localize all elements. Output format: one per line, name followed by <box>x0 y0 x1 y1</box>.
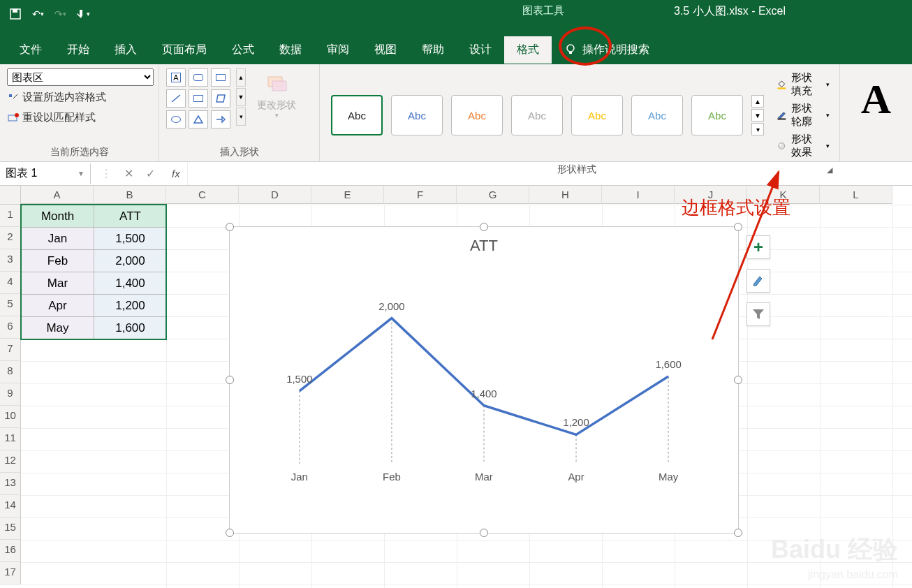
row-header-12[interactable]: 12 <box>0 450 21 473</box>
chart-element-dropdown[interactable]: 图表区 <box>7 68 154 86</box>
chart-handle-l[interactable] <box>226 376 234 384</box>
col-header-I[interactable]: I <box>602 186 675 204</box>
tab-format[interactable]: 格式 <box>504 36 552 64</box>
chart-handle-bl[interactable] <box>226 529 234 537</box>
shape-parallelogram[interactable] <box>211 89 230 108</box>
undo-button[interactable]: ↶▾ <box>28 4 47 24</box>
tab-page-layout[interactable]: 页面布局 <box>149 36 219 64</box>
formula-dropdown[interactable]: ⋮ <box>101 167 112 180</box>
shape-line[interactable] <box>166 89 186 108</box>
chart-handle-b[interactable] <box>480 529 488 537</box>
data-cell[interactable]: May <box>22 317 94 339</box>
shape-style-7[interactable]: Abc <box>691 95 743 135</box>
row-header-2[interactable]: 2 <box>0 227 21 249</box>
col-header-L[interactable]: L <box>820 186 892 204</box>
data-cell[interactable]: Jan <box>22 228 94 250</box>
col-header-C[interactable]: C <box>166 186 239 204</box>
shape-arrow[interactable] <box>211 110 230 128</box>
shapes-scroll-up[interactable]: ▲ <box>236 68 246 87</box>
header-cell[interactable]: Month <box>22 205 94 228</box>
format-selection-button[interactable]: 设置所选内容格式 <box>7 89 106 106</box>
shape-rect[interactable] <box>189 89 208 108</box>
tab-insert[interactable]: 插入 <box>102 36 149 64</box>
col-header-B[interactable]: B <box>94 186 166 204</box>
row-header-17[interactable]: 17 <box>0 562 21 585</box>
shape-outline-button[interactable]: 形状轮廓▾ <box>777 102 830 128</box>
tab-view[interactable]: 视图 <box>362 36 409 64</box>
redo-button[interactable]: ↷▾ <box>50 4 70 24</box>
chart-object[interactable]: ATT 1,5002,0001,4001,2001,600JanFebMarAp… <box>229 226 739 534</box>
formula-cancel[interactable]: ✕ <box>124 167 133 180</box>
select-all-corner[interactable] <box>0 186 21 205</box>
name-box[interactable]: 图表 1 ▼ <box>0 163 91 184</box>
tab-formulas[interactable]: 公式 <box>219 36 267 64</box>
shape-style-6[interactable]: Abc <box>631 95 683 135</box>
cells-region[interactable]: MonthATTJan1,500Feb2,000Mar1,400Apr1,200… <box>21 205 167 339</box>
row-header-9[interactable]: 9 <box>0 383 21 406</box>
touch-mode-button[interactable]: ▾ <box>73 4 92 24</box>
row-header-15[interactable]: 15 <box>0 517 21 540</box>
shape-style-1[interactable]: Abc <box>331 95 383 135</box>
tab-file[interactable]: 文件 <box>7 36 54 64</box>
data-cell[interactable]: Feb <box>22 250 94 272</box>
data-cell[interactable]: 1,500 <box>94 228 167 250</box>
chart-styles-button[interactable] <box>746 269 770 293</box>
reset-to-match-style-button[interactable]: 重设以匹配样式 <box>7 109 96 126</box>
col-header-A[interactable]: A <box>21 186 94 204</box>
shapes-gallery[interactable]: A <box>166 68 230 128</box>
row-header-4[interactable]: 4 <box>0 272 21 294</box>
tab-design[interactable]: 设计 <box>457 36 504 64</box>
style-scroll-up[interactable]: ▲ <box>751 95 764 108</box>
shape-oval[interactable] <box>166 110 186 128</box>
shape-style-5[interactable]: Abc <box>571 95 623 135</box>
chart-handle-t[interactable] <box>480 223 488 231</box>
data-cell[interactable]: 1,600 <box>94 317 167 339</box>
row-header-13[interactable]: 13 <box>0 473 21 495</box>
row-header-6[interactable]: 6 <box>0 316 21 339</box>
row-header-10[interactable]: 10 <box>0 406 21 428</box>
chart-handle-r[interactable] <box>734 376 742 384</box>
row-header-11[interactable]: 11 <box>0 428 21 450</box>
data-cell[interactable]: Mar <box>22 272 94 295</box>
save-button[interactable] <box>6 4 25 24</box>
shape-fill-button[interactable]: 形状填充▾ <box>777 71 830 98</box>
formula-input[interactable] <box>187 162 912 185</box>
shape-callout[interactable] <box>211 68 230 87</box>
style-scroll-down[interactable]: ▼ <box>751 109 764 122</box>
tab-data[interactable]: 数据 <box>267 36 314 64</box>
row-header-8[interactable]: 8 <box>0 361 21 383</box>
shapes-scroll-down[interactable]: ▼ <box>236 88 246 106</box>
data-cell[interactable]: 2,000 <box>94 250 167 272</box>
col-header-F[interactable]: F <box>384 186 457 204</box>
chart-handle-br[interactable] <box>734 529 742 537</box>
data-cell[interactable]: 1,200 <box>94 295 167 317</box>
data-cell[interactable]: 1,400 <box>94 272 167 295</box>
row-header-1[interactable]: 1 <box>0 205 21 227</box>
shape-rounded-rect[interactable] <box>189 68 208 87</box>
chart-handle-tr[interactable] <box>734 223 742 231</box>
shapes-more[interactable]: ▾ <box>236 108 246 126</box>
formula-confirm[interactable]: ✓ <box>146 167 155 180</box>
row-header-3[interactable]: 3 <box>0 249 21 272</box>
chart-title[interactable]: ATT <box>230 227 738 265</box>
shape-textbox[interactable]: A <box>166 68 186 87</box>
chart-handle-tl[interactable] <box>226 223 234 231</box>
row-header-14[interactable]: 14 <box>0 495 21 517</box>
tab-review[interactable]: 审阅 <box>314 36 362 64</box>
shape-style-4[interactable]: Abc <box>511 95 563 135</box>
tell-me-search[interactable]: 操作说明搜索 <box>552 36 662 64</box>
tab-help[interactable]: 帮助 <box>409 36 457 64</box>
fx-label[interactable]: fx <box>165 168 187 179</box>
shape-effects-button[interactable]: 形状效果▾ <box>777 133 830 159</box>
col-header-G[interactable]: G <box>457 186 529 204</box>
wordart-style-preview[interactable]: A <box>847 68 905 131</box>
data-cell[interactable]: Apr <box>22 295 94 317</box>
chart-elements-button[interactable]: + <box>746 235 770 259</box>
tab-home[interactable]: 开始 <box>54 36 102 64</box>
col-header-H[interactable]: H <box>529 186 602 204</box>
row-header-16[interactable]: 16 <box>0 540 21 562</box>
shape-style-2[interactable]: Abc <box>391 95 443 135</box>
row-header-7[interactable]: 7 <box>0 339 21 361</box>
chart-filters-button[interactable] <box>746 302 770 326</box>
shape-style-3[interactable]: Abc <box>451 95 503 135</box>
